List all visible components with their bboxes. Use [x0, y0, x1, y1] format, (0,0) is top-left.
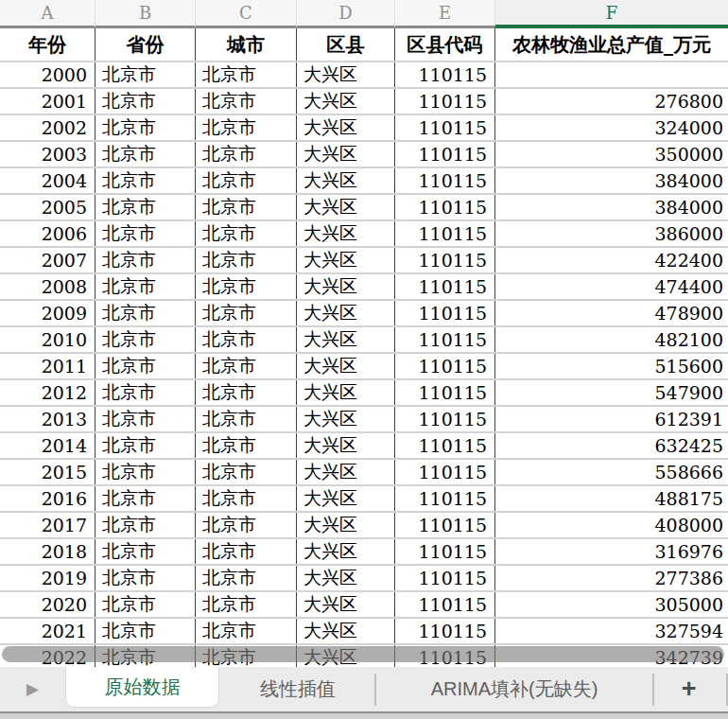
cell[interactable]: 大兴区 — [296, 433, 394, 458]
cell[interactable]: 110115 — [394, 327, 494, 352]
add-sheet-button[interactable]: + — [654, 667, 723, 711]
header-cell[interactable]: 省份 — [95, 28, 195, 61]
cell[interactable]: 大兴区 — [296, 460, 394, 484]
sheet-tab-2[interactable]: 线性插值 — [221, 667, 374, 711]
cell[interactable]: 2009 — [0, 301, 95, 325]
cell[interactable]: 北京市 — [195, 566, 296, 590]
cell[interactable]: 大兴区 — [296, 566, 394, 590]
cell[interactable]: 大兴区 — [296, 248, 394, 272]
cell[interactable]: 110115 — [394, 486, 494, 511]
cell[interactable]: 327594 — [494, 619, 728, 643]
cell[interactable]: 110115 — [394, 380, 494, 405]
cell[interactable]: 北京市 — [95, 380, 195, 405]
cell[interactable]: 北京市 — [195, 195, 296, 219]
cell[interactable]: 110115 — [394, 301, 494, 325]
cell[interactable]: 110115 — [394, 566, 494, 590]
cell[interactable]: 北京市 — [95, 619, 195, 643]
column-header-C[interactable]: C — [195, 0, 296, 28]
cell[interactable]: 2016 — [0, 486, 95, 511]
cell[interactable]: 110115 — [394, 433, 494, 458]
cell[interactable]: 110115 — [394, 115, 494, 140]
cell[interactable]: 408000 — [494, 513, 728, 537]
cell[interactable]: 北京市 — [95, 142, 195, 167]
header-cell[interactable]: 农林牧渔业总产值_万元 — [494, 28, 728, 61]
cell[interactable]: 北京市 — [195, 89, 296, 114]
cell[interactable]: 大兴区 — [296, 168, 394, 193]
cell[interactable]: 110115 — [394, 354, 494, 378]
cell[interactable]: 2012 — [0, 380, 95, 405]
column-header-F[interactable]: F — [494, 0, 728, 28]
cell[interactable]: 北京市 — [195, 248, 296, 272]
cell[interactable]: 北京市 — [195, 513, 296, 537]
cell[interactable]: 北京市 — [195, 301, 296, 325]
cell[interactable]: 北京市 — [195, 115, 296, 140]
cell[interactable]: 北京市 — [95, 327, 195, 352]
cell[interactable]: 488175 — [494, 486, 728, 511]
cell[interactable]: 2019 — [0, 566, 95, 590]
cell[interactable]: 110115 — [394, 513, 494, 537]
cell[interactable]: 110115 — [394, 619, 494, 643]
column-header-D[interactable]: D — [296, 0, 394, 28]
cell[interactable]: 大兴区 — [296, 89, 394, 114]
horizontal-scrollbar[interactable] — [2, 646, 724, 662]
cell[interactable]: 316976 — [494, 539, 728, 564]
cell[interactable]: 大兴区 — [296, 195, 394, 219]
cell[interactable]: 276800 — [494, 89, 728, 114]
cell[interactable]: 422400 — [494, 248, 728, 272]
cell[interactable]: 110115 — [394, 195, 494, 219]
cell[interactable]: 2011 — [0, 354, 95, 378]
sheet-tab-1[interactable]: 原始数据 — [65, 667, 219, 708]
cell[interactable]: 大兴区 — [296, 486, 394, 511]
cell[interactable]: 110115 — [394, 248, 494, 272]
cell[interactable]: 384000 — [494, 168, 728, 193]
cell[interactable]: 110115 — [394, 142, 494, 167]
cell[interactable]: 北京市 — [195, 460, 296, 484]
cell[interactable]: 2006 — [0, 221, 95, 246]
cell[interactable]: 北京市 — [95, 301, 195, 325]
header-cell[interactable]: 年份 — [0, 28, 95, 61]
cell[interactable]: 2018 — [0, 539, 95, 564]
cell[interactable]: 2010 — [0, 327, 95, 352]
cell[interactable]: 2001 — [0, 89, 95, 114]
cell[interactable]: 2020 — [0, 592, 95, 617]
cell[interactable]: 大兴区 — [296, 513, 394, 537]
cell[interactable]: 北京市 — [95, 539, 195, 564]
cell[interactable]: 北京市 — [95, 115, 195, 140]
cell[interactable]: 北京市 — [195, 486, 296, 511]
cell[interactable]: 北京市 — [95, 486, 195, 511]
cell[interactable]: 2004 — [0, 168, 95, 193]
cell[interactable]: 386000 — [494, 221, 728, 246]
cell[interactable]: 305000 — [494, 592, 728, 617]
cell[interactable]: 515600 — [494, 354, 728, 378]
cell[interactable]: 384000 — [494, 195, 728, 219]
cell[interactable]: 632425 — [494, 433, 728, 458]
sheet-nav-button[interactable]: ▶ — [0, 667, 65, 711]
cell[interactable]: 2013 — [0, 407, 95, 431]
cell[interactable]: 2015 — [0, 460, 95, 484]
column-header-A[interactable]: A — [0, 0, 95, 28]
cell[interactable]: 110115 — [394, 407, 494, 431]
cell[interactable]: 北京市 — [95, 592, 195, 617]
cell[interactable]: 北京市 — [95, 433, 195, 458]
cell[interactable]: 277386 — [494, 566, 728, 590]
cell[interactable]: 北京市 — [95, 407, 195, 431]
cell[interactable]: 北京市 — [95, 168, 195, 193]
cell[interactable]: 北京市 — [195, 433, 296, 458]
column-header-B[interactable]: B — [95, 0, 195, 28]
cell[interactable]: 北京市 — [95, 248, 195, 272]
cell[interactable]: 110115 — [394, 89, 494, 114]
cell[interactable]: 110115 — [394, 221, 494, 246]
cell[interactable]: 110115 — [394, 592, 494, 617]
cell[interactable]: 北京市 — [195, 619, 296, 643]
cell[interactable]: 大兴区 — [296, 221, 394, 246]
cell[interactable]: 478900 — [494, 301, 728, 325]
cell[interactable]: 2008 — [0, 274, 95, 299]
cell[interactable]: 大兴区 — [296, 407, 394, 431]
cell[interactable]: 110115 — [394, 274, 494, 299]
cell[interactable]: 558666 — [494, 460, 728, 484]
cell[interactable]: 北京市 — [95, 460, 195, 484]
cell[interactable]: 110115 — [394, 539, 494, 564]
cell[interactable]: 324000 — [494, 115, 728, 140]
header-cell[interactable]: 区县代码 — [394, 28, 494, 61]
cell[interactable]: 2002 — [0, 115, 95, 140]
